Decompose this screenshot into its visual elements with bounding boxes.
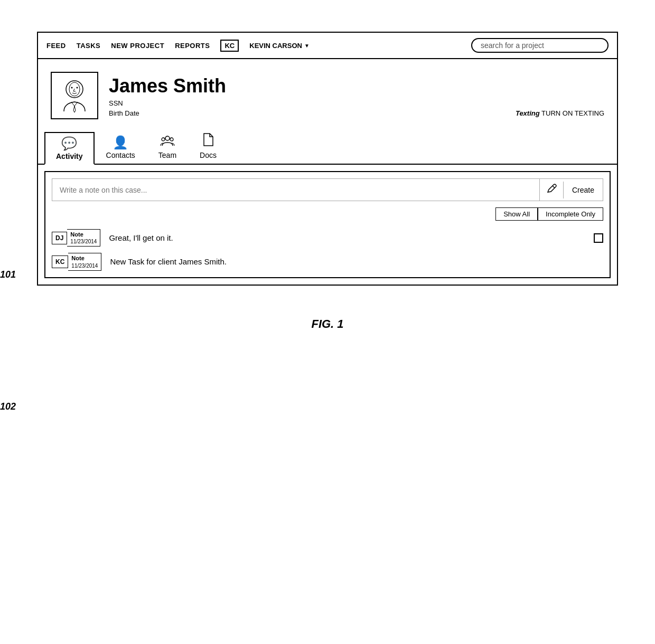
activity-area: Create Show All Incomplete Only DJ Note … [44,171,611,278]
item-date: 11/23/2014 [70,238,97,245]
item-type-block: Note 11/23/2014 [68,253,101,270]
ssn-field: SSN [109,99,226,107]
svg-line-7 [553,186,555,188]
tab-docs[interactable]: Docs [188,128,228,164]
create-button[interactable]: Create [563,182,603,198]
kc-badge: KC [220,40,239,52]
user-name: KEVIN CARSON [249,42,302,50]
item-initials: KC [52,255,68,268]
svg-point-3 [77,87,78,89]
nav-tasks[interactable]: TASKS [77,42,101,50]
svg-point-2 [71,87,73,89]
note-icon-button[interactable] [539,179,563,201]
activity-item: DJ Note 11/23/2014 Great, I'll get on it… [52,229,603,247]
incomplete-only-button[interactable]: Incomplete Only [538,207,603,221]
svg-point-5 [162,138,165,141]
texting-area: Texting TURN ON TEXTING [516,109,604,119]
item-text: Great, I'll get on it. [109,233,585,242]
fig-caption: FIG. 1 [37,317,618,331]
nav-new-project[interactable]: NEW PROJECT [111,42,164,50]
item-badge-group: DJ Note 11/23/2014 [52,229,100,247]
main-card: FEED TASKS NEW PROJECT REPORTS KC KEVIN … [37,32,618,286]
dropdown-arrow-icon: ▼ [304,43,310,49]
svg-point-6 [170,138,173,141]
write-note-row: Create [52,178,603,201]
activity-icon: 💬 [61,137,77,150]
tab-activity[interactable]: 💬 Activity [44,132,95,165]
nav-bar: FEED TASKS NEW PROJECT REPORTS KC KEVIN … [38,33,617,59]
profile-name: James Smith [109,75,226,97]
activity-items: DJ Note 11/23/2014 Great, I'll get on it… [52,229,603,271]
avatar [51,72,98,119]
write-note-input[interactable] [52,181,539,200]
item-type: Note [70,231,97,238]
filter-row: Show All Incomplete Only [52,207,603,221]
tab-team-label: Team [158,151,176,159]
nav-reports[interactable]: REPORTS [175,42,210,50]
team-icon [160,134,175,149]
activity-item: KC Note 11/23/2014 New Task for client J… [52,253,603,270]
show-all-button[interactable]: Show All [495,207,538,221]
texting-label: Texting [516,109,540,117]
tab-contacts[interactable]: 👤 Contacts [95,131,147,164]
texting-action[interactable]: TURN ON TEXTING [541,109,604,117]
svg-point-4 [165,136,170,140]
docs-icon [202,133,214,149]
item-initials: DJ [52,232,67,244]
birth-date-field: Birth Date [109,109,226,117]
tabs-row: 💬 Activity 👤 Contacts [38,128,617,165]
item-badge-group: KC Note 11/23/2014 [52,253,101,270]
item-date: 11/23/2014 [71,262,98,269]
tab-team[interactable]: Team [147,129,188,164]
item-checkbox[interactable] [594,233,603,243]
tab-activity-label: Activity [56,152,83,160]
annotation-102: 102 [0,401,16,412]
item-text: New Task for client James Smith. [110,257,603,266]
item-type-block: Note 11/23/2014 [67,229,100,247]
user-menu[interactable]: KEVIN CARSON ▼ [249,42,310,50]
annotation-101: 101 [0,269,16,280]
contacts-icon: 👤 [113,136,128,149]
nav-feed[interactable]: FEED [46,42,66,50]
profile-info: James Smith SSN Birth Date [109,72,226,117]
tab-contacts-label: Contacts [106,151,135,159]
tab-docs-label: Docs [200,151,217,159]
search-input[interactable]: search for a project [471,38,609,53]
profile-section: James Smith SSN Birth Date Texting TURN … [38,59,617,128]
item-type: Note [71,254,98,262]
